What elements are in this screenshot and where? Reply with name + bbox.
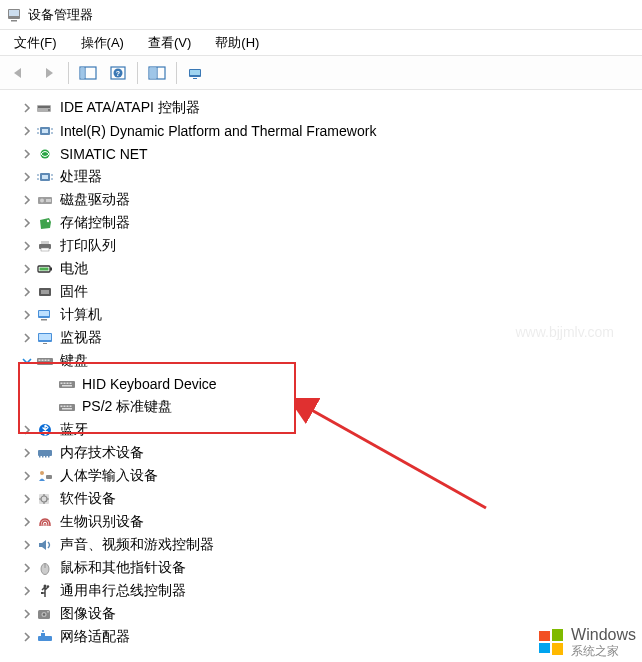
expand-icon[interactable]: [20, 469, 34, 483]
menu-file[interactable]: 文件(F): [6, 32, 65, 54]
expand-icon[interactable]: [20, 239, 34, 253]
expand-icon[interactable]: [20, 193, 34, 207]
nav-back-button[interactable]: [5, 59, 33, 87]
tree-item-label: Intel(R) Dynamic Platform and Thermal Fr…: [60, 123, 376, 139]
tree-item[interactable]: 蓝牙: [0, 418, 642, 441]
tree-item[interactable]: 鼠标和其他指针设备: [0, 556, 642, 579]
tree-item-label: 蓝牙: [60, 421, 88, 439]
tree-item-label: PS/2 标准键盘: [82, 398, 172, 416]
tree-item[interactable]: SIMATIC NET: [0, 142, 642, 165]
tree-item-label: 鼠标和其他指针设备: [60, 559, 186, 577]
svg-point-81: [47, 585, 49, 587]
help-button[interactable]: ?: [104, 59, 132, 87]
toolbar-separator: [176, 62, 177, 84]
tree-item[interactable]: 磁盘驱动器: [0, 188, 642, 211]
svg-rect-60: [62, 385, 72, 387]
svg-rect-55: [59, 381, 75, 388]
svg-rect-26: [42, 175, 48, 179]
expand-icon[interactable]: [20, 492, 34, 506]
svg-rect-11: [150, 67, 157, 78]
tree-item[interactable]: 打印队列: [0, 234, 642, 257]
svg-point-32: [40, 198, 44, 202]
expand-icon[interactable]: [20, 216, 34, 230]
device-tree[interactable]: IDE ATA/ATAPI 控制器Intel(R) Dynamic Platfo…: [0, 90, 642, 660]
tree-item[interactable]: HID Keyboard Device: [0, 372, 642, 395]
image-icon: [36, 605, 54, 623]
svg-rect-58: [67, 382, 69, 384]
cpu-icon: [36, 168, 54, 186]
tree-item-label: 人体学输入设备: [60, 467, 158, 485]
nav-forward-button[interactable]: [35, 59, 63, 87]
svg-rect-93: [552, 643, 563, 655]
usb-icon: [36, 582, 54, 600]
tree-item[interactable]: 监视器: [0, 326, 642, 349]
tree-item[interactable]: 存储控制器: [0, 211, 642, 234]
svg-rect-39: [50, 267, 52, 270]
tree-item[interactable]: 电池: [0, 257, 642, 280]
svg-point-79: [44, 584, 47, 587]
properties-button[interactable]: [143, 59, 171, 87]
tree-item-label: 存储控制器: [60, 214, 130, 232]
tree-item[interactable]: IDE ATA/ATAPI 控制器: [0, 96, 642, 119]
tree-item[interactable]: 声音、视频和游戏控制器: [0, 533, 642, 556]
tree-item[interactable]: 内存技术设备: [0, 441, 642, 464]
expand-icon[interactable]: [20, 538, 34, 552]
expand-icon[interactable]: [20, 308, 34, 322]
svg-rect-52: [45, 359, 47, 361]
chip-icon: [36, 122, 54, 140]
expand-icon[interactable]: [20, 423, 34, 437]
bluetooth-icon: [36, 421, 54, 439]
show-hide-console-button[interactable]: [74, 59, 102, 87]
svg-rect-37: [41, 248, 49, 251]
tree-item[interactable]: 软件设备: [0, 487, 642, 510]
tree-item-label: 通用串行总线控制器: [60, 582, 186, 600]
expand-icon[interactable]: [20, 124, 34, 138]
tree-item[interactable]: 计算机: [0, 303, 642, 326]
expand-icon[interactable]: [20, 515, 34, 529]
scan-hardware-button[interactable]: [182, 59, 210, 87]
expand-icon[interactable]: [20, 147, 34, 161]
tree-item[interactable]: 图像设备: [0, 602, 642, 625]
tree-item-label: HID Keyboard Device: [82, 376, 217, 392]
tree-item[interactable]: 固件: [0, 280, 642, 303]
tree-item[interactable]: 生物识别设备: [0, 510, 642, 533]
tree-item[interactable]: Intel(R) Dynamic Platform and Thermal Fr…: [0, 119, 642, 142]
bio-icon: [36, 513, 54, 531]
expand-icon[interactable]: [20, 331, 34, 345]
storage-icon: [36, 214, 54, 232]
firmware-icon: [36, 283, 54, 301]
expand-icon[interactable]: [20, 446, 34, 460]
expand-icon[interactable]: [20, 101, 34, 115]
expand-icon[interactable]: [20, 584, 34, 598]
tree-item-label: 固件: [60, 283, 88, 301]
tree-item[interactable]: 键盘: [0, 349, 642, 372]
svg-rect-33: [46, 199, 51, 202]
tree-item[interactable]: 处理器: [0, 165, 642, 188]
tree-item[interactable]: 通用串行总线控制器: [0, 579, 642, 602]
svg-rect-59: [70, 382, 72, 384]
svg-rect-69: [39, 456, 41, 458]
expand-icon[interactable]: [20, 262, 34, 276]
tree-item[interactable]: 人体学输入设备: [0, 464, 642, 487]
menubar: 文件(F) 操作(A) 查看(V) 帮助(H): [0, 30, 642, 56]
svg-point-84: [43, 613, 45, 615]
toolbar: ?: [0, 56, 642, 90]
keyboard-icon: [36, 352, 54, 370]
expand-icon[interactable]: [20, 630, 34, 644]
svg-rect-5: [81, 67, 85, 78]
expand-icon[interactable]: [20, 561, 34, 575]
svg-rect-53: [48, 359, 50, 361]
menu-help[interactable]: 帮助(H): [207, 32, 267, 54]
menu-action[interactable]: 操作(A): [73, 32, 132, 54]
expand-icon[interactable]: [20, 607, 34, 621]
expand-icon[interactable]: [20, 170, 34, 184]
svg-rect-56: [61, 382, 63, 384]
expand-icon[interactable]: [20, 285, 34, 299]
svg-rect-90: [539, 631, 550, 641]
menu-view[interactable]: 查看(V): [140, 32, 199, 54]
tree-item-label: 声音、视频和游戏控制器: [60, 536, 214, 554]
collapse-icon[interactable]: [20, 354, 34, 368]
tree-item-label: IDE ATA/ATAPI 控制器: [60, 99, 200, 117]
svg-rect-62: [61, 405, 63, 407]
tree-item[interactable]: PS/2 标准键盘: [0, 395, 642, 418]
